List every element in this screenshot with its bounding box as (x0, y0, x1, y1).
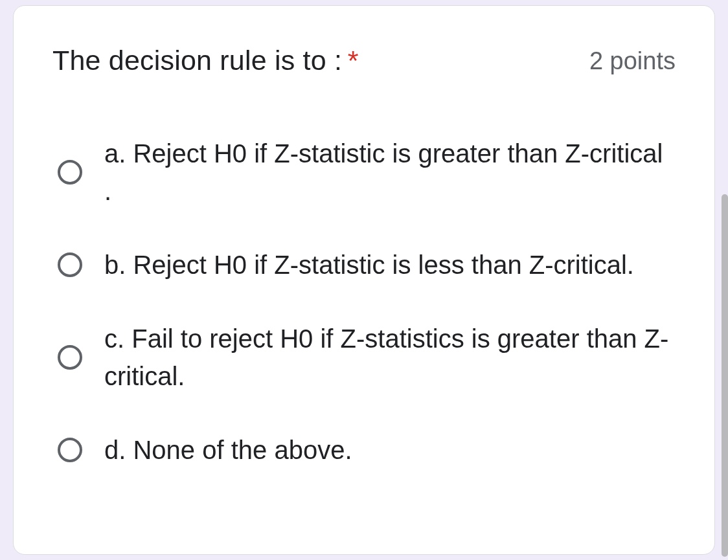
options-list: a. Reject H0 if Z-statistic is greater t… (52, 135, 676, 469)
option-c[interactable]: c. Fail to reject H0 if Z-statistics is … (52, 320, 676, 395)
question-title: The decision rule is to : (52, 45, 342, 76)
radio-icon[interactable] (58, 345, 82, 370)
option-label: a. Reject H0 if Z-statistic is greater t… (104, 135, 676, 210)
option-label: c. Fail to reject H0 if Z-statistics is … (104, 320, 676, 395)
scrollbar-thumb[interactable] (722, 194, 728, 557)
required-star-icon: * (348, 45, 359, 76)
option-b[interactable]: b. Reject H0 if Z-statistic is less than… (52, 246, 676, 284)
option-a[interactable]: a. Reject H0 if Z-statistic is greater t… (52, 135, 676, 210)
question-title-wrap: The decision rule is to : * (52, 45, 358, 76)
page-wrap: The decision rule is to : * 2 points a. … (0, 0, 728, 560)
radio-icon[interactable] (58, 438, 82, 462)
question-header: The decision rule is to : * 2 points (52, 45, 676, 76)
radio-icon[interactable] (58, 252, 82, 277)
radio-icon[interactable] (58, 160, 82, 185)
question-points: 2 points (589, 45, 676, 75)
option-label: b. Reject H0 if Z-statistic is less than… (104, 246, 634, 284)
option-label: d. None of the above. (104, 431, 352, 469)
option-d[interactable]: d. None of the above. (52, 431, 676, 469)
question-card: The decision rule is to : * 2 points a. … (13, 5, 715, 555)
